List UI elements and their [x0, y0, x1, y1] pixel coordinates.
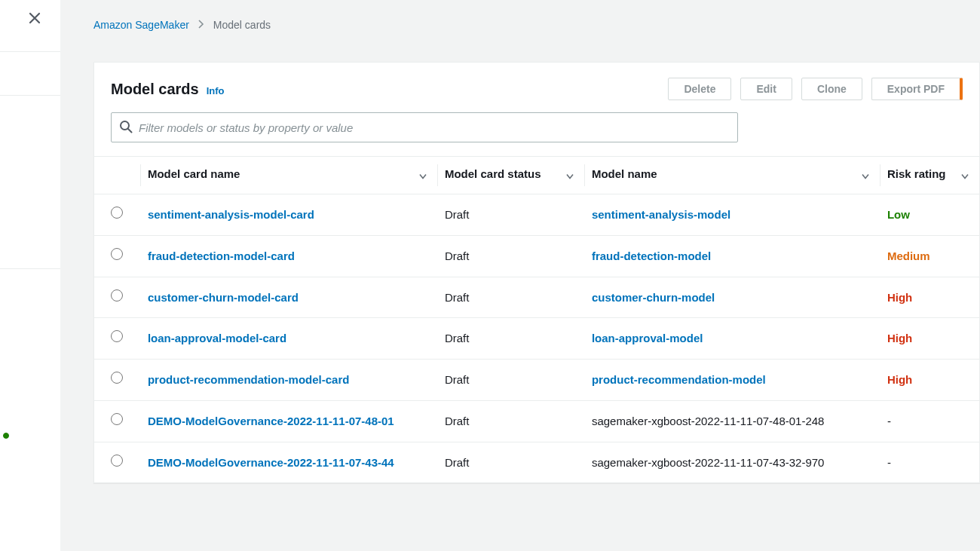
model-link[interactable]: fraud-detection-model — [592, 249, 711, 262]
col-header-card-name[interactable]: Model card name — [140, 157, 437, 194]
model-cards-table: Model card name Model card status Model … — [94, 156, 979, 482]
card-name-cell: sentiment-analysis-model-card — [140, 194, 437, 236]
breadcrumb-root[interactable]: Amazon SageMaker — [93, 19, 189, 31]
model-card-link[interactable]: customer-churn-model-card — [148, 291, 299, 304]
risk-badge: High — [887, 332, 912, 344]
search-icon — [119, 120, 133, 136]
risk-badge: High — [887, 291, 912, 304]
row-select-cell — [94, 235, 140, 277]
card-name-cell: product-recommendation-model-card — [140, 360, 437, 401]
risk-badge: High — [887, 373, 912, 386]
risk-cell: High — [880, 318, 979, 360]
status-cell: Draft — [437, 442, 584, 482]
table-row: sentiment-analysis-model-cardDraftsentim… — [94, 194, 979, 236]
export-pdf-button[interactable]: Export PDF — [871, 78, 963, 100]
model-card-link[interactable]: DEMO-ModelGovernance-2022-11-11-07-48-01 — [148, 415, 394, 427]
card-name-cell: fraud-detection-model-card — [140, 235, 437, 277]
row-select-radio[interactable] — [111, 372, 123, 384]
row-select-radio[interactable] — [111, 455, 123, 467]
sort-icon — [566, 169, 574, 182]
chevron-right-icon — [198, 19, 204, 31]
risk-cell: High — [880, 360, 979, 401]
breadcrumb-current: Model cards — [213, 19, 271, 31]
breadcrumb: Amazon SageMaker Model cards — [60, 0, 980, 38]
status-cell: Draft — [437, 194, 584, 236]
model-card-link[interactable]: fraud-detection-model-card — [148, 249, 295, 262]
model-name-cell: sagemaker-xgboost-2022-11-11-07-48-01-24… — [584, 400, 880, 442]
col-header-risk[interactable]: Risk rating — [880, 157, 979, 194]
status-cell: Draft — [437, 360, 584, 401]
page-title: Model cards — [111, 81, 199, 98]
table-row: product-recommendation-model-cardDraftpr… — [94, 360, 979, 401]
model-name-text: sagemaker-xgboost-2022-11-11-07-43-32-97… — [592, 456, 825, 469]
card-name-cell: DEMO-ModelGovernance-2022-11-11-07-43-44 — [140, 442, 437, 482]
sort-icon — [419, 169, 427, 182]
table-row: loan-approval-model-cardDraftloan-approv… — [94, 318, 979, 360]
model-name-cell: product-recommendation-model — [584, 360, 880, 401]
risk-badge: Low — [887, 208, 910, 221]
model-cards-panel: Model cards Info Delete Edit Clone Expor… — [93, 62, 980, 483]
risk-cell: Low — [880, 194, 979, 236]
table-row: customer-churn-model-cardDraftcustomer-c… — [94, 277, 979, 318]
table-row: DEMO-ModelGovernance-2022-11-11-07-43-44… — [94, 442, 979, 482]
rail-separator — [0, 51, 60, 52]
edit-button[interactable]: Edit — [740, 78, 792, 100]
row-select-radio[interactable] — [111, 330, 123, 342]
model-link[interactable]: product-recommendation-model — [592, 373, 766, 386]
model-card-link[interactable]: product-recommendation-model-card — [148, 373, 350, 386]
col-header-label: Model name — [592, 167, 657, 180]
model-card-link[interactable]: sentiment-analysis-model-card — [148, 208, 314, 221]
row-select-cell — [94, 400, 140, 442]
filter-box[interactable] — [111, 112, 738, 142]
row-select-cell — [94, 442, 140, 482]
sort-icon — [961, 169, 969, 182]
status-cell: Draft — [437, 400, 584, 442]
clone-button[interactable]: Clone — [801, 78, 862, 100]
model-link[interactable]: loan-approval-model — [592, 332, 703, 344]
card-name-cell: DEMO-ModelGovernance-2022-11-11-07-48-01 — [140, 400, 437, 442]
col-header-status[interactable]: Model card status — [437, 157, 584, 194]
close-icon[interactable] — [27, 11, 45, 29]
info-link[interactable]: Info — [207, 85, 225, 96]
action-buttons: Delete Edit Clone Export PDF — [668, 78, 963, 100]
model-name-cell: fraud-detection-model — [584, 235, 880, 277]
row-select-radio[interactable] — [111, 207, 123, 219]
row-select-radio[interactable] — [111, 413, 123, 425]
status-cell: Draft — [437, 318, 584, 360]
model-name-cell: loan-approval-model — [584, 318, 880, 360]
status-cell: Draft — [437, 277, 584, 318]
sort-icon — [862, 169, 869, 182]
col-header-label: Model card status — [445, 167, 541, 180]
table-row: fraud-detection-model-cardDraftfraud-det… — [94, 235, 979, 277]
col-header-select — [94, 157, 140, 194]
card-name-cell: loan-approval-model-card — [140, 318, 437, 360]
col-header-label: Risk rating — [887, 167, 946, 180]
col-header-label: Model card name — [148, 167, 240, 180]
row-select-radio[interactable] — [111, 248, 123, 260]
model-card-link[interactable]: loan-approval-model-card — [148, 332, 286, 344]
rail-separator — [0, 268, 60, 269]
table-header-row: Model card name Model card status Model … — [94, 157, 979, 194]
table-row: DEMO-ModelGovernance-2022-11-11-07-48-01… — [94, 400, 979, 442]
delete-button[interactable]: Delete — [668, 78, 731, 100]
risk-cell: - — [880, 442, 979, 482]
status-indicator-icon — [3, 433, 9, 439]
model-name-cell: sagemaker-xgboost-2022-11-11-07-43-32-97… — [584, 442, 880, 482]
row-select-radio[interactable] — [111, 289, 123, 302]
model-link[interactable]: customer-churn-model — [592, 291, 715, 304]
row-select-cell — [94, 194, 140, 236]
row-select-cell — [94, 360, 140, 401]
model-link[interactable]: sentiment-analysis-model — [592, 208, 730, 221]
risk-cell: High — [880, 277, 979, 318]
model-name-cell: customer-churn-model — [584, 277, 880, 318]
panel-header: Model cards Info Delete Edit Clone Expor… — [94, 63, 979, 105]
svg-line-1 — [128, 129, 132, 133]
risk-badge: Medium — [887, 249, 930, 262]
model-name-text: sagemaker-xgboost-2022-11-11-07-48-01-24… — [592, 415, 825, 427]
model-card-link[interactable]: DEMO-ModelGovernance-2022-11-11-07-43-44 — [148, 456, 394, 469]
model-name-cell: sentiment-analysis-model — [584, 194, 880, 236]
filter-input[interactable] — [139, 121, 730, 134]
rail-separator — [0, 95, 60, 96]
col-header-model-name[interactable]: Model name — [584, 157, 880, 194]
row-select-cell — [94, 277, 140, 318]
